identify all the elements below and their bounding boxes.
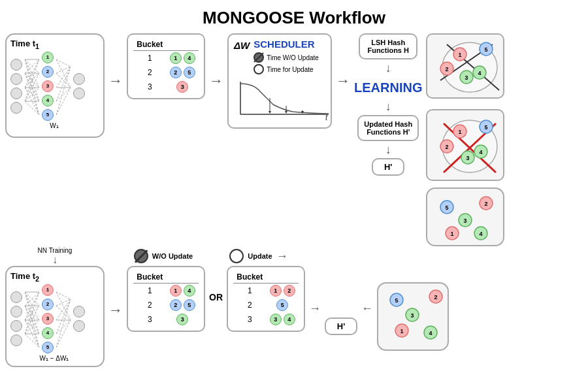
nb3-l1 xyxy=(10,320,22,332)
table-row: 1 1 4 xyxy=(133,51,199,66)
update-label-col: Update → xyxy=(220,249,298,263)
nb4-l1 xyxy=(10,334,22,346)
arrow-hprime-left: ← xyxy=(361,266,373,316)
layer1-bot xyxy=(10,291,22,346)
n1-l3 xyxy=(73,73,85,85)
bucket-item: 3 xyxy=(176,314,188,325)
svg-line-23 xyxy=(56,73,71,88)
weight2-label: W₁ − ΔW₁ xyxy=(10,355,98,362)
bucket-up-header: Bucket xyxy=(233,271,267,284)
scheduler-dw: ΔW xyxy=(234,39,250,51)
layer2: 1 2 3 4 5 xyxy=(42,52,54,121)
layer2-bot: 1 2 3 4 5 xyxy=(42,284,54,353)
bucket-item: 3 xyxy=(176,81,188,93)
n2-l3 xyxy=(73,88,85,99)
svg-text:3: 3 xyxy=(465,74,468,81)
svg-line-95 xyxy=(56,306,71,320)
bucket-wo-table: Bucket 1 1 4 xyxy=(133,271,199,327)
nb2-l3 xyxy=(73,320,85,332)
right-lsh-col: LSH HashFunctions H ↓ LEARNING ↓ Updated… xyxy=(354,33,422,246)
bucket-item: 1 xyxy=(170,285,182,297)
n3-l1 xyxy=(10,88,22,99)
wo-update-icon xyxy=(253,52,264,63)
scatter-loose-svg: 5 2 3 1 4 xyxy=(427,189,504,246)
table-row: 1 1 4 xyxy=(133,284,199,299)
bucket-updated: Bucket 1 1 2 xyxy=(227,266,305,332)
scatter-final-svg: 5 2 3 1 4 xyxy=(378,284,449,351)
nn-training-label: NN Training xyxy=(38,247,73,254)
wo-update-mid-label: W/O Update xyxy=(152,252,193,260)
bucket-item: 2 xyxy=(170,299,182,311)
updated-hash-box: Updated HashFunctions H' xyxy=(357,115,419,141)
no-icon-bar xyxy=(253,52,264,63)
svg-text:5: 5 xyxy=(485,46,488,53)
nb4-l2: 4 xyxy=(42,327,54,339)
n4-l2: 4 xyxy=(42,95,54,106)
right-scatter-col: 1 2 5 3 4 xyxy=(426,33,504,246)
nb5-l2: 5 xyxy=(42,342,54,353)
update-large-icon xyxy=(229,249,244,263)
time1-nn-box: Time t1 xyxy=(5,33,105,138)
or-label: OR xyxy=(209,266,223,302)
svg-text:5: 5 xyxy=(485,124,488,131)
bucket-items: 3 xyxy=(167,80,199,94)
learning-label: LEARNING xyxy=(354,80,422,95)
bucket-item: 2 xyxy=(170,67,182,78)
scheduler-svg: t xyxy=(234,78,331,121)
bucket-up-table: Bucket 1 1 2 xyxy=(233,271,299,327)
svg-text:4: 4 xyxy=(480,231,483,237)
connections-bot-1-2 xyxy=(25,286,39,351)
svg-line-99 xyxy=(56,320,71,334)
scheduler-box: ΔW SCHEDULER Time W/O Update Time for Up… xyxy=(227,33,332,129)
mid-labels-row: NN Training ↓ W/O Update Update → xyxy=(0,246,588,266)
n1-l1 xyxy=(10,59,22,71)
svg-text:1: 1 xyxy=(451,231,454,237)
svg-text:5: 5 xyxy=(446,204,449,211)
n2-l1 xyxy=(10,73,22,85)
arrow-t2-to-bucket: → xyxy=(108,266,123,319)
nn-training-col: NN Training ↓ xyxy=(5,247,105,266)
bottom-section: Time t2 xyxy=(0,266,588,367)
wo-update-legend-label: Time W/O Update xyxy=(267,54,319,61)
svg-text:1: 1 xyxy=(459,129,462,135)
table-row: 2 2 5 xyxy=(133,65,199,80)
table-row: 2 5 xyxy=(233,298,299,312)
n3-l2: 3 xyxy=(42,80,54,92)
bucket-num: 3 xyxy=(133,80,167,94)
svg-text:4: 4 xyxy=(478,70,482,76)
layer3-bot xyxy=(73,306,85,332)
n4-l1 xyxy=(10,102,22,114)
time1-sub: 1 xyxy=(35,42,39,50)
scatter-top: 1 2 5 3 4 xyxy=(426,33,504,99)
nb2-l2: 2 xyxy=(42,299,54,310)
arrow-sched-to-right: → xyxy=(336,33,350,89)
nb2-l1 xyxy=(10,306,22,317)
table-row: 2 2 5 xyxy=(133,298,199,312)
scatter-top-svg: 1 2 5 3 4 xyxy=(427,35,504,99)
bucket-item: 5 xyxy=(184,299,195,311)
svg-text:4: 4 xyxy=(480,149,483,155)
page-title: MONGOOSE Workflow xyxy=(0,0,588,28)
wo-update-label-col: W/O Update xyxy=(124,249,203,263)
update-icon xyxy=(253,64,264,74)
bucket-item: 5 xyxy=(184,67,195,78)
svg-text:1: 1 xyxy=(400,328,403,334)
bucket-items: 2 5 xyxy=(167,65,199,80)
bucket-wo-header: Bucket xyxy=(133,271,167,284)
update-mid-label: Update xyxy=(248,252,272,260)
table-row: 3 3 4 xyxy=(233,312,299,327)
svg-text:2: 2 xyxy=(485,201,488,207)
no-icon-bar2 xyxy=(135,250,148,263)
svg-text:3: 3 xyxy=(464,218,467,224)
scatter-bottom: 1 2 5 3 4 xyxy=(426,109,504,181)
scheduler-graph: t xyxy=(234,78,325,123)
connections-1-2 xyxy=(25,54,39,119)
arrow-bucket-to-hprime: → xyxy=(309,266,321,316)
h-prime-box-bottom: H' xyxy=(325,317,357,335)
bucket-table-top: Bucket 1 1 4 xyxy=(127,33,205,99)
bucket-item: 4 xyxy=(184,285,195,297)
scheduler-content: SCHEDULER Time W/O Update Time for Updat… xyxy=(253,39,319,76)
svg-text:3: 3 xyxy=(466,155,470,161)
arrow-lsh-down: ↓ xyxy=(385,62,391,74)
nn-training-arrow: ↓ xyxy=(52,254,57,266)
